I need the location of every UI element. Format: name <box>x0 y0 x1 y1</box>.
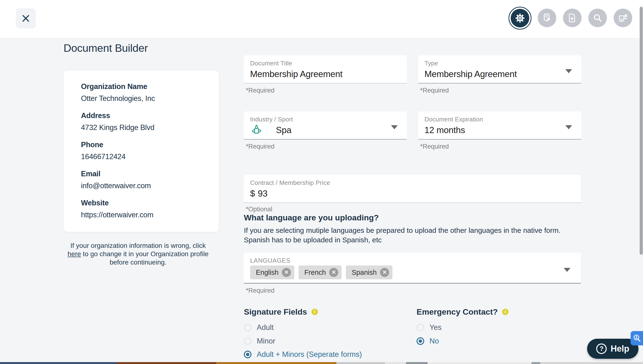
currency-symbol: $ <box>250 189 255 198</box>
radio-icon <box>244 337 252 345</box>
builder-button[interactable] <box>538 8 556 27</box>
type-value: Membership Agreement <box>424 69 517 79</box>
org-name-value: Otter Technologies, Inc <box>81 94 219 103</box>
radio-label: Adult + Minors (Seperate forms) <box>257 350 362 359</box>
accessibility-search-widget[interactable] <box>630 331 643 346</box>
price-amount: 93 <box>258 189 268 198</box>
document-builder-screen: Document Builder Organization Name Otter… <box>0 0 643 364</box>
type-dropdown[interactable]: Type Membership Agreement <box>418 55 581 84</box>
signature-fields-heading: Signature Fields i <box>244 307 318 316</box>
price-label: Contract / Membership Price <box>250 179 330 186</box>
type-label: Type <box>424 60 438 67</box>
languages-required: *Required <box>246 287 275 294</box>
language-chip-spanish: Spanish ✕ <box>346 266 392 279</box>
chevron-down-icon <box>565 125 572 129</box>
signature-fields-title: Signature Fields <box>244 307 307 316</box>
org-address-label: Address <box>81 111 219 120</box>
price-value: $93 <box>250 189 268 199</box>
document-expiration-dropdown[interactable]: Document Expiration 12 months <box>418 112 581 140</box>
document-add-icon <box>567 12 578 24</box>
industry-sport-value: Spa <box>276 125 291 135</box>
chip-label: Spanish <box>352 268 377 276</box>
org-email-value: info@otterwaiver.com <box>81 181 219 190</box>
org-email-label: Email <box>81 169 219 178</box>
emergency-contact-title: Emergency Contact? <box>416 307 498 316</box>
search-icon <box>592 12 603 24</box>
org-address-value: 4732 Kings Ridge Blvd <box>81 123 219 132</box>
language-chip-french: French ✕ <box>299 266 342 279</box>
chevron-down-icon <box>564 268 570 272</box>
document-expiration-required: *Required <box>420 143 449 150</box>
remove-chip-icon[interactable]: ✕ <box>380 268 389 277</box>
help-label: Help <box>610 344 629 354</box>
chip-label: French <box>304 268 326 276</box>
radio-no[interactable]: No <box>416 337 439 346</box>
org-name-block: Organization Name Otter Technologies, In… <box>81 82 219 103</box>
info-icon[interactable]: i <box>502 309 509 315</box>
magnifier-person-icon <box>632 334 641 343</box>
laptop-blocks-icon <box>617 12 628 24</box>
edit-organization-link[interactable]: here <box>68 250 81 258</box>
question-circle-icon: ? <box>596 344 607 354</box>
document-title-required: *Required <box>246 87 275 94</box>
chip-label: English <box>256 268 279 276</box>
language-chip-english: English ✕ <box>250 266 294 279</box>
document-title-label: Document Title <box>250 60 292 67</box>
radio-yes[interactable]: Yes <box>416 323 442 332</box>
organization-card: Organization Name Otter Technologies, In… <box>64 70 219 232</box>
org-phone-value: 16466712424 <box>81 152 219 161</box>
info-icon[interactable]: i <box>311 309 318 315</box>
content-sliver <box>0 362 643 364</box>
search-button[interactable] <box>588 8 607 27</box>
org-website-value: https://otterwaiver.com <box>81 210 219 220</box>
document-title-value: Membership Agreement <box>250 69 342 79</box>
radio-adult-plus-minors[interactable]: Adult + Minors (Seperate forms) <box>244 350 362 359</box>
organization-note: If your organization information is wron… <box>64 242 212 266</box>
document-hammer-icon <box>541 12 552 24</box>
document-expiration-value: 12 months <box>424 125 465 135</box>
new-document-button[interactable] <box>563 8 582 27</box>
spa-candle-icon <box>250 122 264 136</box>
document-expiration-label: Document Expiration <box>424 116 483 123</box>
radio-icon <box>416 324 424 331</box>
document-title-field[interactable]: Document Title Membership Agreement <box>244 55 407 84</box>
org-phone-block: Phone 16466712424 <box>81 140 219 161</box>
scrollbar-thumb[interactable] <box>640 7 643 255</box>
type-required: *Required <box>420 87 449 94</box>
org-address-block: Address 4732 Kings Ridge Blvd <box>81 111 219 132</box>
org-phone-label: Phone <box>81 140 219 149</box>
org-website-label: Website <box>81 198 219 208</box>
radio-label: Minor <box>257 337 275 346</box>
languages-label: LANGUAGES <box>250 257 290 264</box>
radio-label: No <box>430 337 439 346</box>
radio-icon <box>416 337 424 345</box>
publish-button[interactable] <box>614 8 632 27</box>
chevron-down-icon <box>391 125 398 129</box>
industry-sport-required: *Required <box>246 143 275 150</box>
language-chips-row: English ✕ French ✕ Spanish ✕ <box>250 266 392 279</box>
language-section-heading: What language are you uploading? <box>244 213 379 222</box>
chevron-down-icon <box>565 69 572 73</box>
gear-icon <box>514 12 526 24</box>
radio-minor[interactable]: Minor <box>244 337 275 346</box>
radio-icon <box>244 351 252 358</box>
note-text-after: to go change it in your Organization pro… <box>81 250 208 266</box>
radio-label: Yes <box>430 323 442 332</box>
note-text-before: If your organization information is wron… <box>71 242 206 249</box>
remove-chip-icon[interactable]: ✕ <box>329 268 338 277</box>
languages-multiselect[interactable]: LANGUAGES English ✕ French ✕ Spanish ✕ <box>244 252 581 284</box>
emergency-contact-heading: Emergency Contact? i <box>416 307 509 316</box>
price-field[interactable]: Contract / Membership Price $93 <box>244 175 581 203</box>
remove-chip-icon[interactable]: ✕ <box>282 268 291 277</box>
price-optional: *Optional <box>246 206 272 213</box>
radio-icon <box>244 324 252 331</box>
close-button[interactable] <box>16 8 36 28</box>
page-title: Document Builder <box>64 42 148 54</box>
settings-button[interactable] <box>509 7 531 30</box>
language-section-description: If you are selecting mutiple languages b… <box>244 226 564 245</box>
org-name-label: Organization Name <box>81 82 219 91</box>
radio-adult[interactable]: Adult <box>244 323 274 332</box>
org-website-block: Website https://otterwaiver.com <box>81 198 219 220</box>
industry-sport-dropdown[interactable]: Industry / Sport Spa <box>244 112 407 140</box>
top-bar <box>0 0 643 38</box>
